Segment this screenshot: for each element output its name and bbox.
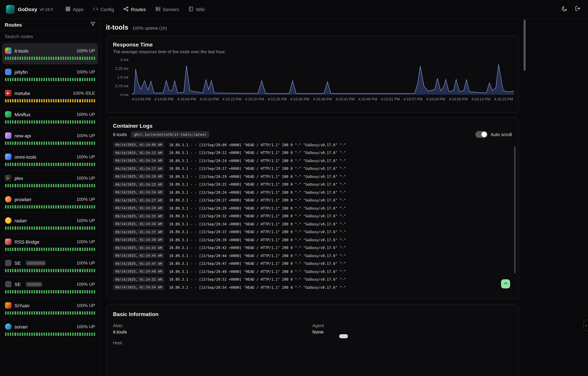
uptime-bar xyxy=(82,311,83,315)
route-status-badge: 100% UP xyxy=(76,176,95,181)
logout-button[interactable] xyxy=(575,6,581,13)
uptime-bar xyxy=(31,184,33,187)
uptime-bar xyxy=(60,78,62,81)
route-list-item[interactable]: omni-tools 100% UP xyxy=(2,149,98,170)
uptime-bar xyxy=(46,311,47,315)
uptime-bar xyxy=(51,311,52,315)
uptime-bar xyxy=(39,205,40,209)
y-tick-label: 0 ms xyxy=(120,93,128,97)
uptime-bar xyxy=(72,333,74,336)
scroll-to-top-button[interactable] xyxy=(501,279,510,288)
screen: GoDoxy v0.18.0 Apps Config Routes Server… xyxy=(0,0,588,376)
filter-button[interactable] xyxy=(90,21,96,28)
chevron-left-icon: ‹ xyxy=(585,324,586,327)
uptime-bar xyxy=(10,269,11,272)
route-list-item[interactable]: ▶ metube 100% IDLE xyxy=(2,86,98,107)
uptime-bar xyxy=(63,290,64,293)
x-tick-label: 4:15:41 PM xyxy=(336,97,355,101)
theme-toggle-button[interactable] xyxy=(562,6,567,13)
logs-route-name: it-tools xyxy=(113,132,127,137)
uptime-bar xyxy=(12,333,14,336)
chart-plot-area xyxy=(132,60,514,95)
uptime-bar xyxy=(36,226,38,230)
uptime-bar xyxy=(86,333,88,336)
uptime-bar xyxy=(17,269,18,272)
uptime-bar xyxy=(51,78,52,81)
route-list-item[interactable]: it-tools 100% UP xyxy=(2,43,98,64)
uptime-bar xyxy=(67,333,69,336)
log-timestamp-badge: 09/14/2025, 01:24:27 AM xyxy=(113,198,164,203)
route-status-badge: 100% UP xyxy=(76,112,95,117)
nav-item-servers[interactable]: Servers xyxy=(151,3,182,15)
main-nav: Apps Config Routes Servers Wiki xyxy=(62,3,209,15)
chart-area xyxy=(132,64,514,95)
uptime-bar xyxy=(48,248,50,251)
nav-item-apps[interactable]: Apps xyxy=(62,3,87,15)
uptime-bar xyxy=(5,142,6,145)
uptime-bar xyxy=(72,99,74,102)
uptime-bar xyxy=(79,205,81,209)
uptime-bar xyxy=(15,120,16,124)
route-list-item[interactable]: SiYuan 100% UP xyxy=(2,298,98,319)
search-routes-input[interactable] xyxy=(5,34,96,39)
nav-item-routes[interactable]: Routes xyxy=(120,3,150,15)
uptime-bar xyxy=(65,142,66,145)
route-name: Miniflux xyxy=(14,112,31,117)
log-timestamp-badge: 09/14/2025, 01:24:37 AM xyxy=(113,229,164,235)
uptime-bar xyxy=(72,248,74,251)
uptime-bar xyxy=(94,120,95,124)
uptime-bar xyxy=(75,99,76,102)
uptime-bar xyxy=(86,78,88,81)
log-row: 09/14/2025, 01:24:37 AM 10.89.3.1 - - [1… xyxy=(106,228,519,236)
route-list-item[interactable]: new-api 100% UP xyxy=(2,128,98,149)
it-tools-icon xyxy=(5,48,11,54)
uptime-bar xyxy=(34,226,35,230)
uptime-bar xyxy=(12,205,14,209)
route-list-item[interactable]: jellyfin 100% UP xyxy=(2,64,98,86)
route-list-item[interactable]: radarr 100% UP xyxy=(2,213,98,234)
uptime-bar xyxy=(5,57,6,60)
uptime-bar xyxy=(77,269,78,272)
basic-information-title: Basic Information xyxy=(113,311,512,317)
route-item-top: RSS-Bridge 100% UP xyxy=(5,239,95,245)
uptime-bar xyxy=(22,184,23,187)
uptime-bar xyxy=(34,205,35,209)
uptime-bar xyxy=(22,120,23,124)
route-list-item[interactable]: ▶ plex 100% UP xyxy=(2,170,98,192)
nav-item-wiki[interactable]: Wiki xyxy=(185,3,209,15)
log-message: 10.89.3.1 - - [13/Sep/20:24 +0000] "HEAD… xyxy=(169,190,346,194)
uptime-bar xyxy=(77,248,78,251)
uptime-bar xyxy=(22,333,23,336)
uptime-bar xyxy=(75,269,76,272)
uptime-bar xyxy=(24,248,26,251)
uptime-bar xyxy=(53,163,54,166)
uptime-bar xyxy=(43,163,45,166)
page-scrollbar-thumb[interactable] xyxy=(524,20,526,71)
log-timestamp-badge: 09/14/2025, 01:24:29 AM xyxy=(113,205,164,211)
uptime-bar xyxy=(36,269,38,272)
route-uptime-bars xyxy=(5,99,95,102)
route-list-item[interactable]: prowlarr 100% UP xyxy=(2,192,98,213)
uptime-bar xyxy=(19,311,21,315)
uptime-bar xyxy=(53,226,54,230)
uptime-bar xyxy=(94,248,95,251)
route-list-item[interactable]: SE 100% UP xyxy=(2,277,98,298)
route-list-item[interactable]: sonarr 100% UP xyxy=(2,319,98,340)
uptime-bar xyxy=(63,163,64,166)
uptime-bar xyxy=(60,99,62,102)
uptime-bar xyxy=(36,205,38,209)
route-list-item[interactable]: SE 100% UP xyxy=(2,255,98,277)
log-row: 09/14/2025, 01:24:47 AM 10.89.3.1 - - [1… xyxy=(106,260,519,268)
logs-scrollbar-thumb[interactable] xyxy=(514,146,515,273)
nav-item-config[interactable]: Config xyxy=(89,3,118,15)
route-name: prowlarr xyxy=(14,197,32,202)
auto-scroll-toggle[interactable] xyxy=(475,131,488,138)
funnel-icon xyxy=(90,21,96,28)
route-list-item[interactable]: RSS-Bridge 100% UP xyxy=(2,234,98,255)
route-list-item[interactable]: Miniflux 100% UP xyxy=(2,107,98,128)
uptime-bar xyxy=(60,142,62,145)
log-timestamp-badge: 09/14/2025, 01:24:22 AM xyxy=(113,182,164,187)
uptime-bar xyxy=(63,99,64,102)
uptime-bar xyxy=(17,248,18,251)
x-tick-label: 4:16:23 PM xyxy=(494,97,513,101)
